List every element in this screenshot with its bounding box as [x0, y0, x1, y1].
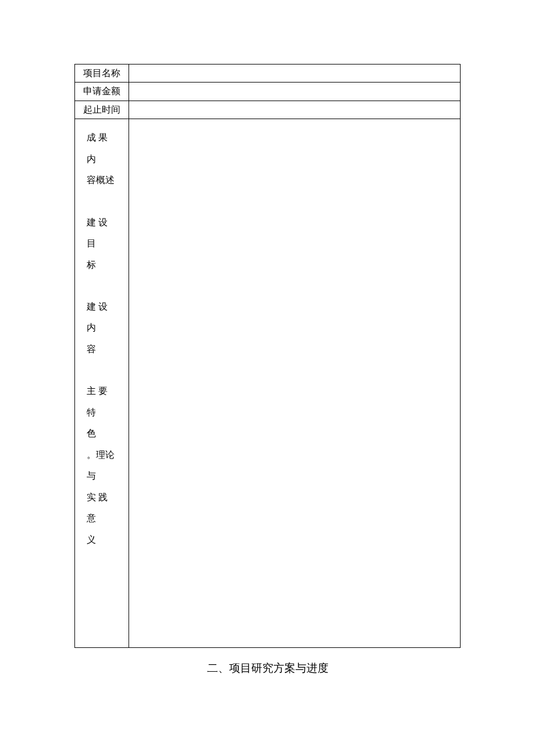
value-overview[interactable]	[129, 119, 461, 648]
table-row: 起止时间	[75, 101, 461, 119]
label-theory-practice-1: 。理论与	[87, 445, 117, 487]
label-features-2: 色	[87, 423, 117, 444]
overview-labels: 成 果 内 容概述 建 设 目 标 建 设 内 容 主 要 特 色 。理论与 实…	[87, 127, 117, 550]
label-project-name: 项目名称	[75, 65, 129, 83]
label-features-1: 主 要 特	[87, 381, 117, 423]
label-build-goal-1: 建 设 目	[87, 212, 117, 255]
form-container: 项目名称 申请金额 起止时间 成 果 内 容概述 建 设 目 标 建 设 内	[74, 64, 461, 676]
label-build-content-1: 建 设 内	[87, 296, 117, 339]
label-start-end-time: 起止时间	[75, 101, 129, 119]
table-row: 申请金额	[75, 83, 461, 101]
table-row: 项目名称	[75, 65, 461, 83]
value-project-name[interactable]	[129, 65, 461, 83]
label-results-summary-1: 成 果 内	[87, 127, 117, 170]
section-heading-research-plan: 二、项目研究方案与进度	[74, 661, 461, 676]
label-theory-practice-2: 实 践 意	[87, 487, 117, 529]
table-row-overview: 成 果 内 容概述 建 设 目 标 建 设 内 容 主 要 特 色 。理论与 实…	[75, 119, 461, 648]
spacer	[87, 275, 117, 296]
value-application-amount[interactable]	[129, 83, 461, 101]
spacer	[87, 191, 117, 212]
label-build-content-2: 容	[87, 339, 117, 360]
label-build-goal-2: 标	[87, 255, 117, 275]
value-start-end-time[interactable]	[129, 101, 461, 119]
label-results-summary-2: 容概述	[87, 170, 117, 191]
label-application-amount: 申请金额	[75, 83, 129, 101]
spacer	[87, 360, 117, 381]
label-overview: 成 果 内 容概述 建 设 目 标 建 设 内 容 主 要 特 色 。理论与 实…	[75, 119, 129, 648]
project-form-table: 项目名称 申请金额 起止时间 成 果 内 容概述 建 设 目 标 建 设 内	[74, 64, 461, 648]
label-theory-practice-3: 义	[87, 529, 117, 550]
